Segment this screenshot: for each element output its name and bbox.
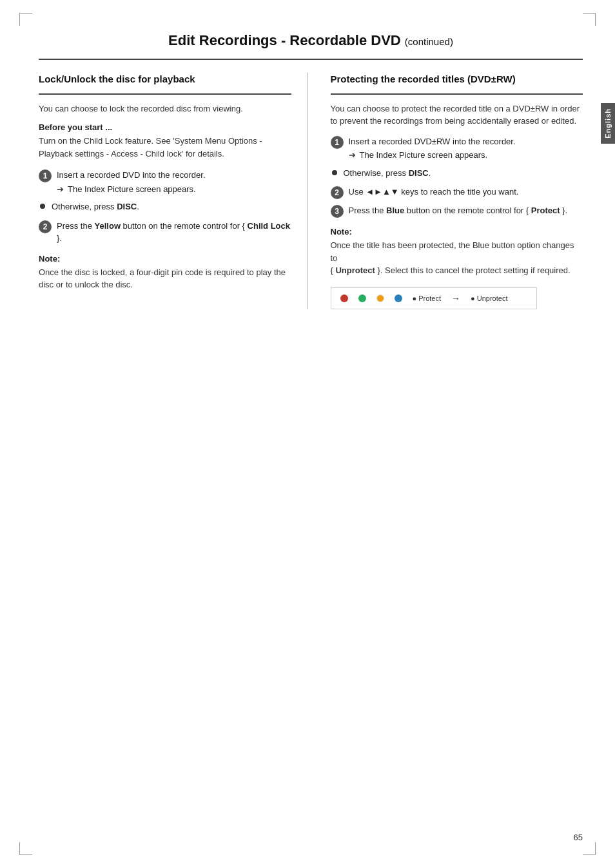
step-2-content: Press the Yellow button on the remote co… <box>57 220 291 245</box>
left-step-1: 1 Insert a recorded DVD into the recorde… <box>39 169 291 195</box>
right-step-1-sub: ➔ The Index Picture screen appears. <box>349 149 583 162</box>
language-tab: English <box>601 103 615 144</box>
right-note-label: Note: <box>331 227 583 236</box>
red-button-icon <box>340 294 348 302</box>
right-step-2-num: 2 <box>331 186 344 199</box>
right-step-1-content: Insert a recorded DVD±RW into the record… <box>349 135 583 162</box>
corner-tl <box>19 13 32 26</box>
right-step-3-content: Press the Blue button on the remote cont… <box>349 204 583 217</box>
unprotect-label: ● Unprotect <box>471 294 507 302</box>
right-step-3: 3 Press the Blue button on the remote co… <box>331 204 583 218</box>
step-1-sub: ➔ The Index Picture screen appears. <box>57 183 291 196</box>
button-bar-diagram: ● Protect → ● Unprotect <box>331 287 537 309</box>
right-column: Protecting the recorded titles (DVD±RW) … <box>327 73 583 309</box>
left-divider <box>39 93 291 95</box>
right-step-1-num: 1 <box>331 136 344 149</box>
before-start-label: Before you start ... <box>39 122 291 132</box>
step-1-num: 1 <box>39 169 52 182</box>
unprotect-bold: Unprotect <box>335 265 375 275</box>
right-step-1: 1 Insert a recorded DVD±RW into the reco… <box>331 135 583 162</box>
left-column: Lock/Unlock the disc for playback You ca… <box>39 73 308 309</box>
protect-label: ● Protect <box>413 294 442 302</box>
page-number: 65 <box>574 833 583 842</box>
left-note-label: Note: <box>39 254 291 264</box>
language-tab-label: English <box>604 108 612 139</box>
right-step-2-content: Use ◄►▲▼ keys to reach the title you wan… <box>349 186 583 198</box>
corner-tr <box>583 13 596 26</box>
right-divider <box>331 93 583 95</box>
left-note: Note: Once the disc is locked, a four-di… <box>39 254 291 291</box>
yellow-button-icon <box>376 294 384 302</box>
step-2-num: 2 <box>39 220 52 233</box>
bullet-dot-right <box>332 170 337 175</box>
left-bullet-content: Otherwise, press DISC. <box>52 200 139 213</box>
left-note-text: Once the disc is locked, a four-digit pi… <box>39 266 291 291</box>
page-title: Edit Recordings - Recordable DVD (contin… <box>39 32 583 49</box>
bullet-dot-left <box>40 204 45 209</box>
green-button-icon <box>358 294 366 302</box>
right-intro: You can choose to protect the recorded t… <box>331 102 583 128</box>
step-1-content: Insert a recorded DVD into the recorder.… <box>57 169 291 195</box>
right-note: Note: Once the title has been protected,… <box>331 227 583 277</box>
left-section-title: Lock/Unlock the disc for playback <box>39 73 291 86</box>
blue-button-icon <box>395 294 402 302</box>
corner-br <box>583 842 596 855</box>
arrow-icon: → <box>451 293 460 304</box>
left-intro: You can choose to lock the recorded disc… <box>39 102 291 115</box>
right-step-3-num: 3 <box>331 205 344 218</box>
right-step-2: 2 Use ◄►▲▼ keys to reach the title you w… <box>331 186 583 199</box>
right-section-title: Protecting the recorded titles (DVD±RW) <box>331 73 583 86</box>
left-bullet-step: Otherwise, press DISC. <box>40 200 291 213</box>
right-bullet-content: Otherwise, press DISC. <box>344 167 431 180</box>
left-step-2: 2 Press the Yellow button on the remote … <box>39 220 291 245</box>
right-bullet-step: Otherwise, press DISC. <box>332 167 583 180</box>
page-wrapper: English Edit Recordings - Recordable DVD… <box>0 0 615 868</box>
page-header: Edit Recordings - Recordable DVD (contin… <box>39 26 583 60</box>
right-note-text: Once the title has been protected, the B… <box>331 239 583 277</box>
before-start-text: Turn on the Child Lock feature. See 'Sys… <box>39 135 291 160</box>
two-column-layout: Lock/Unlock the disc for playback You ca… <box>39 73 583 309</box>
corner-bl <box>19 842 32 855</box>
